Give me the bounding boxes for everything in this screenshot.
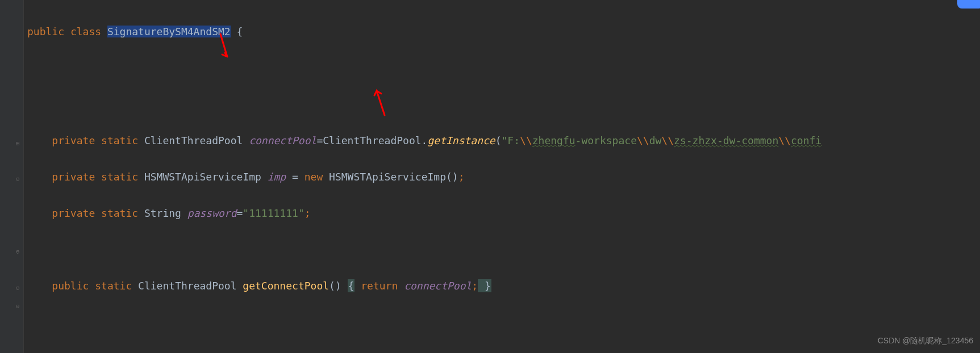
code-line: private static HSMWSTApiServiceImp imp =… (27, 168, 980, 186)
code-line (27, 241, 980, 259)
annotation-arrow-icon (215, 33, 232, 61)
code-line: private static String password="11111111… (27, 204, 980, 222)
code-line: public static ClientThreadPool getConnec… (27, 277, 980, 295)
watermark: CSDN @随机昵称_123456 (878, 331, 973, 350)
corner-badge (957, 0, 980, 9)
code-line: private static ClientThreadPool connectP… (27, 132, 980, 150)
code-line: static { (27, 350, 980, 353)
code-line (27, 95, 980, 114)
code-line: public class SignatureBySM4AndSM2 { (27, 23, 980, 41)
annotation-arrow-icon (372, 88, 389, 116)
code-line (27, 59, 980, 77)
code-line (27, 313, 980, 331)
code-editor[interactable]: public class SignatureBySM4AndSM2 { priv… (0, 0, 980, 353)
